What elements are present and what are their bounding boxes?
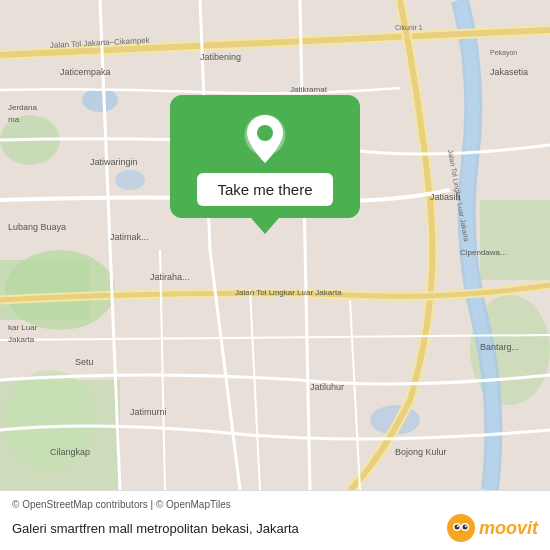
popup-box: Take me there: [170, 95, 360, 218]
svg-point-45: [465, 525, 467, 527]
svg-text:Jalan Tol Lingkar Luar Jakarta: Jalan Tol Lingkar Luar Jakarta: [235, 288, 342, 297]
location-row: Galeri smartfren mall metropolitan bekas…: [12, 514, 538, 542]
bottom-bar: © OpenStreetMap contributors | © OpenMap…: [0, 490, 550, 550]
svg-rect-4: [480, 200, 550, 280]
svg-text:kar Luar: kar Luar: [8, 323, 38, 332]
svg-point-38: [257, 125, 273, 141]
svg-point-8: [82, 88, 118, 112]
svg-point-9: [115, 170, 145, 190]
svg-text:Jatimak...: Jatimak...: [110, 232, 149, 242]
svg-point-43: [462, 525, 467, 530]
svg-text:Jerdana: Jerdana: [8, 103, 37, 112]
svg-point-44: [457, 525, 459, 527]
svg-text:Jatiwaringin: Jatiwaringin: [90, 157, 138, 167]
svg-rect-2: [0, 260, 90, 320]
svg-text:Bojong Kulur: Bojong Kulur: [395, 447, 447, 457]
location-popup: Take me there: [170, 95, 360, 234]
take-me-there-button[interactable]: Take me there: [197, 173, 332, 206]
svg-text:Jatiraha...: Jatiraha...: [150, 272, 190, 282]
svg-text:Cilangkap: Cilangkap: [50, 447, 90, 457]
map-container: Jalan Tol Jakarta–Cikampek Cikunir 1 Pek…: [0, 0, 550, 490]
moovit-logo: moovit: [447, 514, 538, 542]
svg-text:Jatimurni: Jatimurni: [130, 407, 167, 417]
map-attribution: © OpenStreetMap contributors | © OpenMap…: [12, 499, 538, 510]
svg-text:Bantarg...: Bantarg...: [480, 342, 519, 352]
svg-text:Jakasetia: Jakasetia: [490, 67, 528, 77]
svg-text:ma: ma: [8, 115, 20, 124]
svg-text:Lubang Buaya: Lubang Buaya: [8, 222, 66, 232]
svg-text:Jatibening: Jatibening: [200, 52, 241, 62]
location-pin-icon: [243, 113, 287, 165]
svg-text:Jatiluhur: Jatiluhur: [310, 382, 344, 392]
svg-point-39: [447, 514, 475, 542]
svg-text:Cikunir 1: Cikunir 1: [395, 24, 423, 31]
svg-text:Jaticempaka: Jaticempaka: [60, 67, 111, 77]
svg-text:Jatikramat: Jatikramat: [290, 85, 328, 94]
svg-text:Jatiasih: Jatiasih: [430, 192, 461, 202]
moovit-icon: [447, 514, 475, 542]
popup-tail: [251, 218, 279, 234]
map-background: Jalan Tol Jakarta–Cikampek Cikunir 1 Pek…: [0, 0, 550, 490]
location-label: Galeri smartfren mall metropolitan bekas…: [12, 521, 299, 536]
svg-text:Jakarta: Jakarta: [8, 335, 35, 344]
svg-point-42: [454, 525, 459, 530]
svg-text:Cipendawa...: Cipendawa...: [460, 248, 507, 257]
svg-text:Setu: Setu: [75, 357, 94, 367]
moovit-text: moovit: [479, 518, 538, 539]
svg-text:Pekayon: Pekayon: [490, 49, 517, 57]
